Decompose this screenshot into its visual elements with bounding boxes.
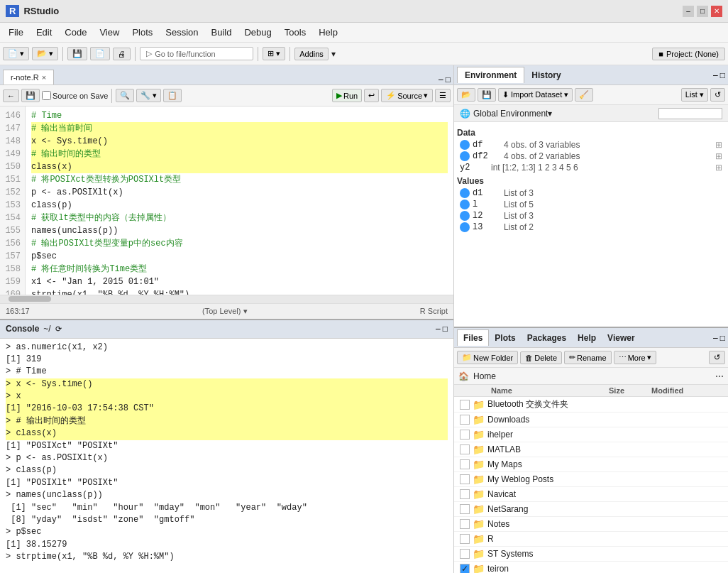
console-maximize-btn[interactable]: □ (443, 324, 448, 334)
console-content[interactable]: > as.numeric(x1, x2)[1] 319> # Time> x <… (0, 339, 453, 574)
source-on-save-label[interactable]: Source on Save (42, 91, 108, 100)
file-row[interactable]: ✓📁teiron (454, 562, 728, 573)
file-row[interactable]: 📁NetSarang (454, 502, 728, 517)
console-minimize-btn[interactable]: – (436, 324, 441, 334)
file-checkbox[interactable] (460, 444, 470, 454)
code-area[interactable]: # Time# 输出当前时间x <- Sys.time()# 输出时间的类型cl… (26, 107, 453, 295)
print-button[interactable]: 🖨 (113, 48, 131, 60)
file-checkbox[interactable] (460, 474, 470, 484)
project-button[interactable]: ■ Project: (None) (652, 48, 725, 60)
console-workdir-btn[interactable]: ⟳ (55, 324, 62, 334)
menu-file[interactable]: File (3, 26, 29, 39)
env-grid-icon[interactable]: ⊞ (715, 140, 722, 150)
file-checkbox[interactable] (460, 534, 470, 544)
file-row[interactable]: 📁ST Systems (454, 547, 728, 562)
menu-plots[interactable]: Plots (126, 26, 158, 39)
source-button[interactable]: ⚡ Source ▾ (381, 89, 433, 102)
env-save-btn[interactable]: 💾 (478, 88, 496, 102)
env-data-row[interactable]: df4 obs. of 3 variables⊞ (457, 139, 725, 151)
new-file-button[interactable]: 📄 ▾ (3, 47, 29, 60)
files-maximize-btn[interactable]: □ (720, 333, 725, 343)
file-row[interactable]: 📁Notes (454, 517, 728, 532)
tab-files[interactable]: Files (457, 329, 489, 346)
editor-tab-rnote[interactable]: r-note.R × (3, 70, 54, 84)
source-on-save-checkbox[interactable] (42, 91, 51, 100)
file-checkbox[interactable]: ✓ (460, 564, 470, 573)
more-btn[interactable]: ⋯ More ▾ (614, 351, 656, 364)
tab-environment[interactable]: Environment (457, 67, 524, 83)
tab-packages[interactable]: Packages (522, 330, 572, 346)
file-row[interactable]: 📁MATLAB (454, 442, 728, 457)
continue-btn[interactable]: ↩ (364, 89, 379, 102)
files-minimize-btn[interactable]: – (713, 333, 718, 343)
file-checkbox[interactable] (460, 415, 470, 425)
maximize-button[interactable]: □ (697, 6, 708, 17)
menu-code[interactable]: Code (59, 26, 92, 39)
env-value-row[interactable]: l2List of 3 (457, 210, 725, 222)
file-row[interactable]: 📁Downloads (454, 413, 728, 427)
minimize-button[interactable]: – (683, 6, 694, 17)
menu-session[interactable]: Session (160, 26, 204, 39)
editor-hscrollbar[interactable] (0, 295, 453, 303)
delete-btn[interactable]: 🗑 Delete (520, 351, 562, 364)
menu-debug[interactable]: Debug (238, 26, 277, 39)
env-refresh-btn[interactable]: ↺ (710, 88, 725, 102)
editor-back-btn[interactable]: ← (3, 89, 19, 102)
grid-button[interactable]: ⊞ ▾ (263, 47, 285, 60)
env-search[interactable] (658, 108, 722, 119)
close-button[interactable]: ✕ (711, 6, 722, 17)
tab-history[interactable]: History (524, 67, 568, 83)
new-folder-btn[interactable]: 📁 New Folder (457, 351, 518, 364)
run-button[interactable]: ▶ Run (332, 89, 362, 102)
save-button[interactable]: 💾 (67, 47, 87, 60)
tab-help[interactable]: Help (572, 330, 602, 346)
env-load-btn[interactable]: 📂 (457, 88, 475, 102)
env-value-row[interactable]: l3List of 2 (457, 222, 725, 233)
open-file-button[interactable]: 📂 ▾ (32, 47, 58, 60)
addins-button[interactable]: Addins (294, 48, 329, 60)
editor-menu-btn[interactable]: ☰ (435, 89, 451, 102)
path-menu-btn[interactable]: ⋯ (715, 371, 724, 381)
env-minimize-btn[interactable]: – (713, 70, 718, 80)
env-value-row[interactable]: lList of 5 (457, 199, 725, 210)
file-checkbox[interactable] (460, 459, 470, 469)
menu-view[interactable]: View (94, 26, 125, 39)
file-checkbox[interactable] (460, 549, 470, 559)
menu-edit[interactable]: Edit (31, 26, 57, 39)
env-value-row[interactable]: d1List of 3 (457, 187, 725, 199)
rename-btn[interactable]: ✏ Rename (564, 351, 612, 364)
menu-build[interactable]: Build (206, 26, 238, 39)
env-grid-icon[interactable]: ⊞ (715, 163, 722, 173)
tab-plots[interactable]: Plots (489, 330, 521, 346)
clear-env-btn[interactable]: 🧹 (575, 88, 593, 102)
env-data-row[interactable]: y2int [1:2, 1:3] 1 2 3 4 5 6⊞ (457, 162, 725, 173)
env-data-row[interactable]: df24 obs. of 2 variables⊞ (457, 151, 725, 162)
save-all-button[interactable]: 📄 (90, 47, 110, 60)
compile-btn[interactable]: 📋 (163, 89, 182, 102)
menu-tools[interactable]: Tools (279, 26, 311, 39)
search-btn[interactable]: 🔍 (116, 89, 134, 102)
editor-maximize-btn[interactable]: □ (446, 75, 451, 84)
file-row[interactable]: 📁R (454, 532, 728, 547)
file-row[interactable]: 📁My Maps (454, 457, 728, 472)
import-dataset-btn[interactable]: ⬇ Import Dataset ▾ (498, 88, 573, 102)
env-grid-icon[interactable]: ⊞ (715, 151, 722, 161)
env-maximize-btn[interactable]: □ (720, 70, 725, 80)
files-refresh-btn[interactable]: ↺ (709, 351, 725, 364)
menu-help[interactable]: Help (313, 26, 343, 39)
file-row[interactable]: 📁Navicat (454, 487, 728, 502)
file-checkbox[interactable] (460, 430, 470, 440)
file-checkbox[interactable] (460, 519, 470, 529)
file-checkbox[interactable] (460, 504, 470, 514)
file-row[interactable]: 📁Bluetooth 交换文件夹 (454, 397, 728, 413)
code-tools-btn[interactable]: 🔧 ▾ (136, 89, 161, 102)
editor-minimize-btn[interactable]: – (439, 75, 443, 84)
editor-save-btn[interactable]: 💾 (21, 89, 40, 102)
list-view-btn[interactable]: List ▾ (681, 88, 708, 102)
tab-viewer[interactable]: Viewer (602, 330, 640, 346)
go-to-file-input[interactable]: ▷ Go to file/function (140, 47, 253, 60)
file-row[interactable]: 📁ihelper (454, 427, 728, 442)
file-checkbox[interactable] (460, 400, 470, 410)
file-row[interactable]: 📁My Weblog Posts (454, 472, 728, 487)
file-checkbox[interactable] (460, 489, 470, 499)
